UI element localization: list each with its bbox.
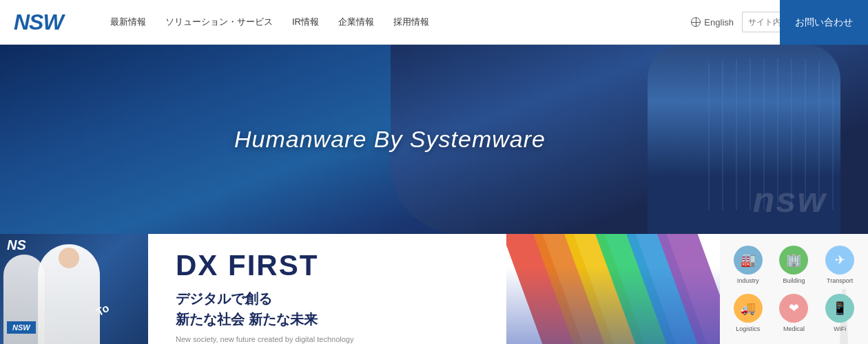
industry-label-transport: Transport <box>827 277 853 284</box>
industry-icon-transport: ✈ <box>825 246 854 275</box>
city-overlay <box>506 267 720 344</box>
logo-text: NSW <box>14 10 63 34</box>
colorful-stripes <box>506 234 720 344</box>
contact-button[interactable]: お問い合わせ <box>780 0 868 45</box>
industry-label-medical: Medical <box>783 325 805 332</box>
person-silhouette-2 <box>38 244 100 344</box>
industry-label-wifi: WiFi <box>834 325 846 332</box>
nav-latest-info[interactable]: 最新情報 <box>110 16 146 28</box>
industry-item-wifi[interactable]: 📱WiFi <box>825 294 854 332</box>
ns-badge: NS <box>7 237 26 253</box>
industry-item-building[interactable]: 🏢Building <box>779 246 808 284</box>
industry-item-transport[interactable]: ✈Transport <box>825 246 854 284</box>
industry-item-medical[interactable]: ❤Medical <box>779 294 808 332</box>
nav-recruit[interactable]: 採用情報 <box>393 16 429 28</box>
industry-icon-wifi: 📱 <box>825 294 854 323</box>
language-label: English <box>704 17 734 28</box>
header: NSW 最新情報 ソリューション・サービス IR情報 企業情報 採用情報 Eng… <box>0 0 868 45</box>
industry-icon-building: 🏢 <box>779 246 808 275</box>
industry-label-building: Building <box>783 277 805 284</box>
nav-ir[interactable]: IR情報 <box>292 16 319 28</box>
industry-item-logistics[interactable]: 🚚Logistics <box>734 294 763 332</box>
industry-label-logistics: Logistics <box>736 325 760 332</box>
globe-icon <box>691 17 701 27</box>
nsw-watermark: nsw <box>753 179 827 220</box>
industry-item-industry[interactable]: 🏭Industry <box>734 246 763 284</box>
industry-icon-industry: 🏭 <box>734 246 763 275</box>
bottom-section: NS To NSW DX FIRST デジタルで創る 新たな社会 新たな未来 N… <box>0 234 868 344</box>
industry-label-industry: Industry <box>737 277 759 284</box>
logo[interactable]: NSW <box>14 10 110 35</box>
industry-icon-medical: ❤ <box>779 294 808 323</box>
photo-panel: NS To NSW <box>0 234 148 344</box>
hero-section: nsw Humanware By Systemware <box>0 45 868 234</box>
nav-company[interactable]: 企業情報 <box>338 16 374 28</box>
nsw-logo-badge: NSW <box>7 321 36 334</box>
language-selector[interactable]: English <box>691 17 734 28</box>
industry-panel: 🏭Industry🏢Building✈Transport🚚Logistics❤M… <box>720 234 868 344</box>
main-nav: 最新情報 ソリューション・サービス IR情報 企業情報 採用情報 <box>110 16 691 28</box>
photo-background: NS To NSW <box>0 234 148 344</box>
hero-tagline: Humanware By Systemware <box>0 126 546 153</box>
industry-icon-logistics: 🚚 <box>734 294 763 323</box>
dx-panel: DX FIRST デジタルで創る 新たな社会 新たな未来 New society… <box>148 234 720 344</box>
nav-solutions[interactable]: ソリューション・サービス <box>165 16 273 28</box>
